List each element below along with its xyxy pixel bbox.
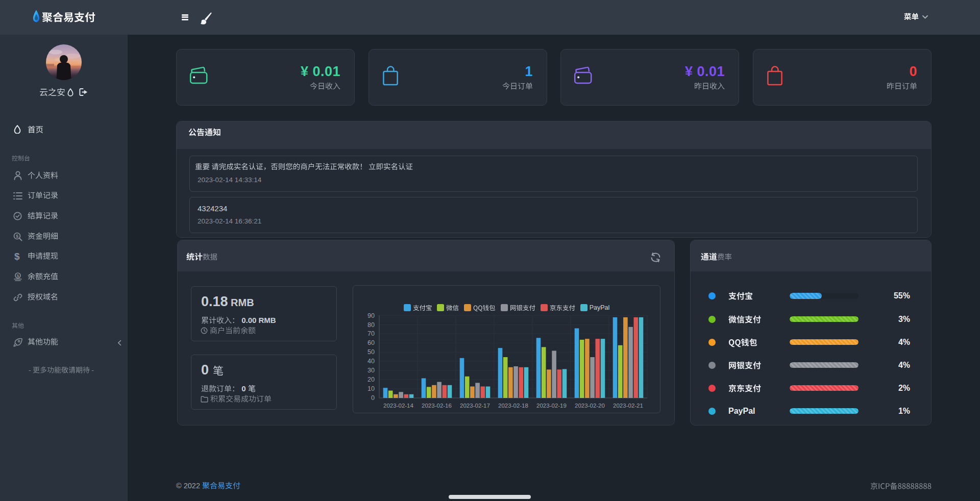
svg-text:10: 10	[368, 385, 375, 392]
svg-text:70: 70	[368, 330, 375, 337]
svg-text:2023-02-16: 2023-02-16	[422, 403, 452, 409]
svg-text:50: 50	[368, 348, 375, 356]
svg-text:2023-02-18: 2023-02-18	[498, 403, 528, 409]
svg-text:40: 40	[368, 358, 375, 365]
svg-text:80: 80	[368, 321, 375, 329]
svg-text:2023-02-14: 2023-02-14	[383, 403, 413, 409]
svg-text:20: 20	[368, 376, 375, 383]
svg-text:2023-02-19: 2023-02-19	[536, 403, 567, 409]
svg-text:0: 0	[371, 394, 375, 402]
svg-text:2023-02-20: 2023-02-20	[575, 403, 605, 409]
svg-text:$: $	[16, 234, 18, 239]
svg-text:90: 90	[368, 312, 375, 319]
svg-text:2023-02-17: 2023-02-17	[460, 403, 490, 409]
svg-text:30: 30	[368, 367, 375, 374]
svg-text:$: $	[17, 273, 19, 278]
svg-text:2023-02-21: 2023-02-21	[613, 403, 643, 409]
svg-text:60: 60	[368, 339, 375, 346]
